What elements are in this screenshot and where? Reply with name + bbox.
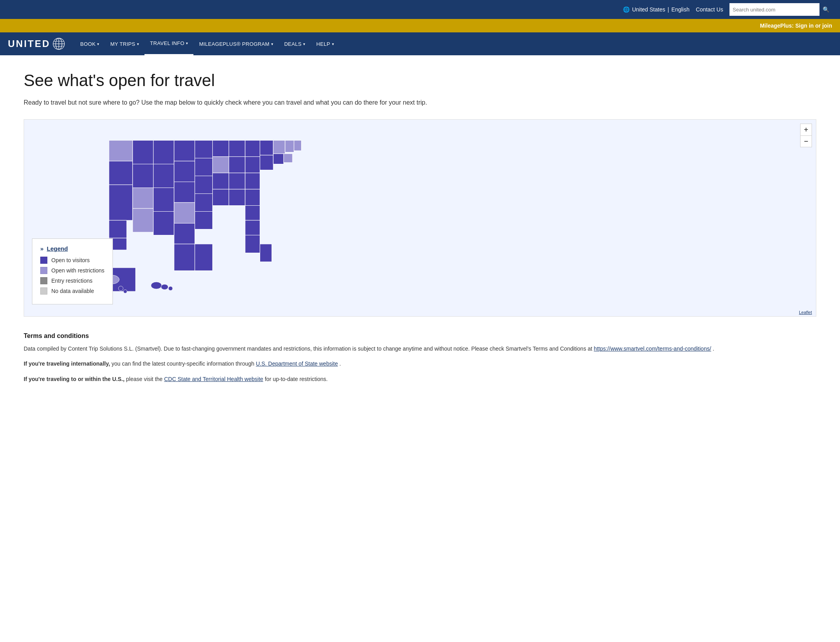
smartvel-link[interactable]: https://www.smartvel.com/terms-and-condi… bbox=[594, 345, 711, 352]
nav-deals[interactable]: DEALS ▾ bbox=[279, 32, 311, 55]
legend-color-restrictions bbox=[40, 267, 47, 274]
svg-rect-38 bbox=[245, 157, 260, 173]
region-text: United States bbox=[632, 6, 665, 13]
legend-link[interactable]: Legend bbox=[47, 245, 68, 252]
svg-rect-4 bbox=[109, 141, 133, 161]
svg-rect-47 bbox=[273, 141, 285, 154]
svg-rect-27 bbox=[195, 194, 213, 212]
svg-rect-21 bbox=[174, 223, 195, 244]
logo-text: UNITED bbox=[8, 38, 50, 49]
svg-rect-33 bbox=[229, 141, 245, 157]
chevron-icon: ▾ bbox=[303, 42, 305, 46]
content-area: See what's open for travel Ready to trav… bbox=[0, 55, 840, 413]
svg-rect-19 bbox=[174, 182, 195, 203]
svg-rect-48 bbox=[285, 141, 294, 152]
top-row: 🌐 United States | English Contact Us 🔍 bbox=[0, 0, 840, 19]
nav-help[interactable]: HELP ▾ bbox=[311, 32, 339, 55]
svg-rect-36 bbox=[229, 189, 245, 205]
legend-title: » Legend bbox=[40, 245, 105, 252]
svg-rect-46 bbox=[260, 155, 274, 170]
nav-menu: BOOK ▾ MY TRIPS ▾ TRAVEL INFO ▾ MILEAGEP… bbox=[75, 32, 339, 55]
svg-rect-26 bbox=[195, 176, 213, 194]
svg-rect-31 bbox=[213, 173, 229, 189]
leaflet-link[interactable]: Leaflet bbox=[799, 310, 812, 315]
terms-intl: If you're traveling internationally, you… bbox=[24, 359, 816, 368]
mileageplus-cta: MileagePlus: Sign in or join bbox=[760, 23, 832, 29]
nav-travel-info[interactable]: TRAVEL INFO ▾ bbox=[144, 32, 193, 55]
legend-item-restrictions: Open with restrictions bbox=[40, 267, 105, 274]
united-logo[interactable]: UNITED bbox=[8, 38, 65, 50]
svg-rect-24 bbox=[195, 141, 213, 158]
legend-item-no-data: No data available bbox=[40, 287, 105, 295]
svg-rect-49 bbox=[294, 141, 302, 151]
chevron-icon: ▾ bbox=[137, 42, 139, 46]
svg-rect-44 bbox=[260, 244, 272, 262]
page-description: Ready to travel but not sure where to go… bbox=[24, 98, 816, 107]
legend-item-entry: Entry restrictions bbox=[40, 277, 105, 284]
svg-rect-32 bbox=[213, 189, 229, 205]
region-selector[interactable]: 🌐 United States | English bbox=[623, 6, 690, 13]
legend-color-no-data bbox=[40, 287, 47, 295]
legend-item-open: Open to visitors bbox=[40, 257, 105, 264]
svg-point-58 bbox=[169, 286, 173, 291]
chevron-icon: ▾ bbox=[332, 42, 334, 46]
legend-label-open: Open to visitors bbox=[51, 257, 90, 263]
svg-rect-35 bbox=[229, 173, 245, 189]
svg-rect-45 bbox=[260, 141, 274, 156]
terms-section: Terms and conditions Data compiled by Co… bbox=[24, 332, 816, 383]
main-navigation: UNITED BOOK ▾ MY TRIPS ▾ TRAVEL INFO ▾ bbox=[0, 32, 840, 55]
svg-rect-25 bbox=[195, 158, 213, 176]
legend-label-no-data: No data available bbox=[51, 288, 94, 294]
legend-label-restrictions: Open with restrictions bbox=[51, 267, 105, 274]
page-title: See what's open for travel bbox=[24, 71, 816, 90]
chevron-icon: ▾ bbox=[271, 42, 273, 46]
nav-my-trips[interactable]: MY TRIPS ▾ bbox=[105, 32, 144, 55]
logo-globe-icon bbox=[52, 38, 65, 50]
cdc-link[interactable]: CDC State and Territorial Health website bbox=[164, 376, 263, 382]
nav-book[interactable]: BOOK ▾ bbox=[75, 32, 105, 55]
svg-rect-37 bbox=[245, 141, 260, 157]
svg-rect-51 bbox=[284, 154, 293, 163]
svg-rect-12 bbox=[133, 208, 154, 232]
search-button[interactable]: 🔍 bbox=[819, 3, 832, 16]
language-text: English bbox=[671, 6, 690, 13]
header: 🌐 United States | English Contact Us 🔍 M… bbox=[0, 0, 840, 55]
terms-title: Terms and conditions bbox=[24, 332, 816, 340]
svg-point-57 bbox=[161, 284, 168, 290]
svg-rect-30 bbox=[213, 157, 229, 173]
svg-rect-20 bbox=[174, 203, 195, 223]
legend-box: » Legend Open to visitors Open with rest… bbox=[32, 238, 113, 304]
svg-rect-42 bbox=[245, 220, 260, 235]
svg-rect-28 bbox=[195, 212, 213, 229]
terms-us: If you're traveling to or within the U.S… bbox=[24, 375, 816, 383]
svg-rect-41 bbox=[245, 206, 260, 221]
travel-map[interactable]: + − » Legend Open to visitors Open with … bbox=[24, 119, 816, 317]
zoom-out-button[interactable]: − bbox=[800, 135, 812, 147]
svg-rect-43 bbox=[245, 235, 260, 253]
svg-rect-22 bbox=[174, 244, 195, 271]
zoom-in-button[interactable]: + bbox=[800, 124, 812, 135]
mileageplus-bar[interactable]: MileagePlus: Sign in or join bbox=[0, 19, 840, 32]
nav-mileageplus[interactable]: MILEAGEPLUS® PROGRAM ▾ bbox=[193, 32, 278, 55]
svg-rect-5 bbox=[109, 161, 133, 185]
svg-rect-7 bbox=[109, 220, 127, 238]
chevron-icon: ▾ bbox=[97, 42, 99, 46]
legend-color-entry bbox=[40, 277, 47, 284]
svg-rect-13 bbox=[154, 141, 174, 164]
svg-point-55 bbox=[124, 290, 127, 293]
us-map-svg bbox=[71, 131, 395, 309]
svg-rect-11 bbox=[133, 188, 154, 209]
search-wrapper: 🔍 bbox=[729, 3, 832, 16]
svg-rect-15 bbox=[154, 188, 174, 212]
map-controls: + − bbox=[800, 124, 812, 147]
map-attribution: Leaflet bbox=[799, 310, 812, 315]
svg-rect-10 bbox=[133, 164, 154, 188]
svg-rect-17 bbox=[174, 141, 195, 161]
svg-point-54 bbox=[118, 286, 123, 291]
svg-rect-40 bbox=[245, 189, 260, 205]
svg-rect-29 bbox=[213, 141, 229, 157]
state-dept-link[interactable]: U.S. Department of State website bbox=[256, 360, 338, 367]
svg-rect-50 bbox=[273, 154, 283, 164]
contact-us-link[interactable]: Contact Us bbox=[696, 6, 723, 13]
search-input[interactable] bbox=[729, 3, 819, 16]
